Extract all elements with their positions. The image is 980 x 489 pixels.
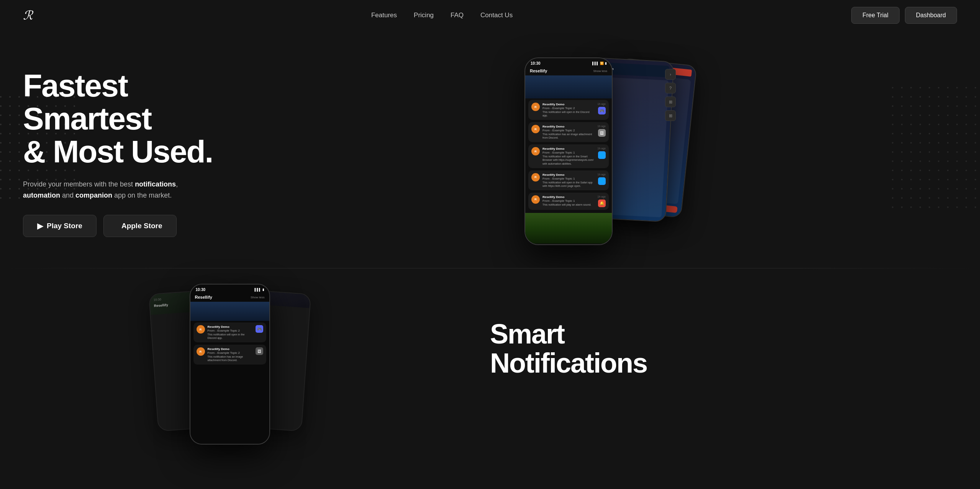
- notification-item-4: R Resellify Demo From - Example Topic 1 …: [528, 193, 609, 210]
- dot: [0, 142, 2, 144]
- free-trial-button[interactable]: Free Trial: [851, 7, 900, 24]
- dot: [938, 151, 939, 153]
- dot: [18, 188, 20, 190]
- bottom-notif-title-1: Resellify Demo: [208, 325, 253, 329]
- dot: [9, 179, 11, 180]
- nav-faq[interactable]: FAQ: [451, 11, 464, 19]
- dot: [975, 114, 976, 116]
- dot: [929, 87, 930, 88]
- play-store-button[interactable]: ▶ Play Store: [23, 215, 97, 237]
- dashboard-button[interactable]: Dashboard: [905, 7, 957, 24]
- dot: [929, 114, 930, 116]
- nav-contact[interactable]: Contact Us: [480, 11, 513, 19]
- dot: [0, 105, 2, 107]
- dot: [965, 179, 967, 180]
- dot: [901, 87, 903, 88]
- dot: [919, 142, 921, 144]
- dot: [919, 170, 921, 171]
- side-btn-2[interactable]: ?: [665, 83, 676, 93]
- nav-pricing[interactable]: Pricing: [414, 11, 434, 19]
- dot: [910, 160, 912, 162]
- dot: [919, 206, 921, 208]
- dot: [910, 133, 912, 134]
- dot: [938, 170, 939, 171]
- dot: [9, 151, 11, 153]
- notif-body-1: This notification has an image attachmen…: [542, 132, 595, 139]
- dot: [0, 133, 2, 134]
- bottom-avatar-2: R: [197, 347, 205, 356]
- dot: [9, 188, 11, 190]
- dot: [18, 114, 20, 116]
- dot: [9, 124, 11, 125]
- dot: [938, 188, 939, 190]
- dot: [947, 105, 949, 107]
- dot: [892, 179, 893, 180]
- dot: [938, 87, 939, 88]
- dot: [0, 124, 2, 125]
- bottom-phones: 10:30 Resellify 10:30 10:30 ▌▌▌ ▮: [0, 268, 459, 429]
- notif-from-1: From - Example Topic 2: [542, 129, 595, 132]
- dot: [929, 170, 930, 171]
- notif-from-3: From - Example Topic 1: [542, 177, 595, 180]
- notif-right-1: 1h ago 🖼: [598, 125, 606, 137]
- phone-main: 10:30 ▌▌▌ 🛜 ▮ Resellify Show less: [524, 57, 613, 245]
- notif-right-3: 1h ago 🌐: [598, 173, 606, 185]
- dot: [892, 105, 893, 107]
- dot: [956, 114, 958, 116]
- nav-features[interactable]: Features: [371, 11, 397, 19]
- dot: [929, 151, 930, 153]
- dot: [956, 206, 958, 208]
- dot: [965, 151, 967, 153]
- dot: [9, 133, 11, 134]
- dot: [901, 170, 903, 171]
- bottom-phone-stack: 10:30 Resellify 10:30 10:30 ▌▌▌ ▮: [169, 284, 291, 429]
- dot: [910, 124, 912, 125]
- side-btn-4[interactable]: ⊞: [665, 110, 676, 121]
- hero-title: Fastest Smartest & Most Used.: [23, 69, 222, 168]
- notif-title-0: Resellify Demo: [542, 103, 595, 106]
- bottom-title: Smart Notifications: [490, 320, 949, 378]
- dot: [956, 124, 958, 125]
- decorative-dots-right: [892, 87, 980, 212]
- bottom-notif-1: R Resellify Demo From - Example Topic 2 …: [193, 322, 266, 342]
- dot: [919, 179, 921, 180]
- dot: [901, 105, 903, 107]
- dot: [892, 206, 893, 208]
- bottom-notif-list: R Resellify Demo From - Example Topic 2 …: [190, 321, 269, 366]
- dot: [965, 142, 967, 144]
- notif-avatar-3: R: [531, 173, 540, 182]
- notif-content-2: Resellify Demo From - Example Topic 1 Th…: [542, 147, 595, 165]
- bottom-show-less[interactable]: Show less: [251, 296, 264, 299]
- dot: [947, 206, 949, 208]
- bottom-status-bar: 10:30 ▌▌▌ ▮: [190, 285, 269, 293]
- dot: [965, 206, 967, 208]
- dot: [18, 197, 20, 199]
- notification-item-1: R Resellify Demo From - Example Topic 2 …: [528, 122, 609, 142]
- notif-icon-4: 🔔: [598, 200, 606, 207]
- dot: [910, 142, 912, 144]
- side-btn-3[interactable]: ⊞: [665, 96, 676, 107]
- dot: [901, 142, 903, 144]
- dot: [965, 188, 967, 190]
- dot: [956, 179, 958, 180]
- dot: [947, 197, 949, 199]
- show-less[interactable]: Show less: [593, 69, 607, 73]
- hero-phones: Supreme add to cart kith.com 10:30: [222, 54, 957, 253]
- side-controls: › ? ⊞ ⊞: [665, 69, 676, 121]
- dot: [947, 142, 949, 144]
- side-btn-1[interactable]: ›: [665, 69, 676, 80]
- dot: [18, 96, 20, 98]
- dot: [892, 142, 893, 144]
- dot: [919, 160, 921, 162]
- dot: [910, 197, 912, 199]
- dot: [901, 197, 903, 199]
- apple-store-button[interactable]: Apple Store: [103, 215, 177, 237]
- notif-from-4: From - Example Topic 1: [542, 199, 595, 203]
- bottom-notif-content-2: Resellify Demo From - Example Topic 2 Th…: [208, 347, 253, 362]
- dot: [975, 197, 976, 199]
- dot: [929, 142, 930, 144]
- nav-actions: Free Trial Dashboard: [851, 7, 957, 24]
- dot: [18, 105, 20, 107]
- dot: [9, 197, 11, 199]
- dot: [938, 179, 939, 180]
